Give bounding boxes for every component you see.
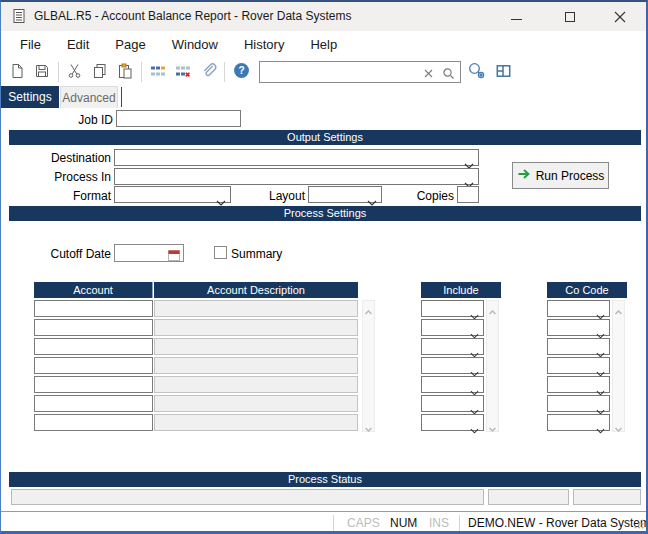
account-description-field [154, 414, 358, 431]
cutoff-date-input[interactable] [114, 244, 184, 262]
process-in-select[interactable] [114, 168, 479, 185]
table-row [1, 376, 646, 393]
window-title: GLBAL.R5 - Account Balance Report - Rove… [34, 9, 351, 23]
save-button[interactable] [31, 61, 53, 83]
cut-button[interactable] [64, 61, 86, 83]
co-code-grid-scrollbar[interactable] [612, 300, 625, 432]
include-grid-scrollbar[interactable] [486, 300, 499, 432]
scroll-down-icon[interactable] [364, 420, 373, 429]
scroll-up-icon[interactable] [488, 303, 497, 312]
include-select[interactable] [421, 300, 484, 317]
copies-input[interactable] [457, 186, 479, 203]
session-label: DEMO.NEW - Rover Data Systems [468, 516, 648, 530]
menu-window[interactable]: Window [159, 32, 231, 57]
paperclip-icon [200, 62, 217, 82]
account-input[interactable] [34, 300, 153, 317]
copy-icon [92, 63, 108, 82]
copies-label: Copies [391, 189, 454, 203]
toolbar-separator [141, 62, 142, 82]
scroll-down-icon[interactable] [614, 420, 623, 429]
run-process-button[interactable]: Run Process [512, 162, 609, 189]
table-row [1, 357, 646, 374]
table-row [1, 414, 646, 431]
include-select[interactable] [421, 395, 484, 412]
menu-edit[interactable]: Edit [54, 32, 102, 57]
co-code-select[interactable] [547, 395, 610, 412]
account-grid-scrollbar[interactable] [362, 300, 375, 432]
tab-settings[interactable]: Settings [1, 86, 59, 108]
include-select[interactable] [421, 338, 484, 355]
search-icon[interactable] [440, 65, 456, 81]
window-layout-icon [495, 63, 512, 82]
co-code-select[interactable] [547, 376, 610, 393]
save-icon [34, 63, 50, 82]
paste-button[interactable] [114, 61, 136, 83]
process-status-field-3 [573, 489, 641, 505]
menu-file[interactable]: File [7, 32, 54, 57]
menu-page[interactable]: Page [102, 32, 158, 57]
account-description-field [154, 376, 358, 393]
scroll-down-icon[interactable] [488, 420, 497, 429]
account-column-header: Account [34, 282, 153, 298]
toolbar-separator [58, 62, 59, 82]
help-button[interactable]: ? [230, 61, 252, 83]
app-window: GLBAL.R5 - Account Balance Report - Rove… [0, 0, 648, 534]
chevron-down-icon [470, 420, 479, 438]
copy-button[interactable] [89, 61, 111, 83]
include-select[interactable] [421, 376, 484, 393]
account-input[interactable] [34, 395, 153, 412]
layout-label: Layout [241, 189, 305, 203]
caps-indicator: CAPS [347, 516, 380, 530]
account-input[interactable] [34, 376, 153, 393]
tab-advanced[interactable]: Advanced [60, 86, 118, 108]
co-code-select[interactable] [547, 414, 610, 431]
account-input[interactable] [34, 338, 153, 355]
resize-grip[interactable] [634, 518, 644, 532]
co-code-select[interactable] [547, 357, 610, 374]
attachments-button[interactable] [197, 61, 219, 83]
clear-search-icon[interactable] [420, 65, 436, 81]
account-input[interactable] [34, 319, 153, 336]
table-row [1, 338, 646, 355]
menu-help[interactable]: Help [297, 32, 350, 57]
minimize-button[interactable] [503, 6, 529, 27]
job-id-input[interactable] [116, 110, 241, 127]
insert-detail-line-button[interactable] [147, 61, 169, 83]
menu-history[interactable]: History [231, 32, 297, 57]
toolbar-separator [224, 62, 225, 82]
paste-icon [117, 63, 133, 82]
new-document-button[interactable] [6, 61, 28, 83]
cutoff-date-label: Cutoff Date [21, 247, 111, 261]
maximize-button[interactable] [557, 6, 583, 27]
format-select[interactable] [114, 186, 231, 203]
co-code-select[interactable] [547, 300, 610, 317]
include-select[interactable] [421, 357, 484, 374]
summary-checkbox[interactable] [214, 246, 227, 259]
help-icon: ? [233, 62, 250, 82]
search-input[interactable] [263, 63, 418, 81]
co-code-select[interactable] [547, 338, 610, 355]
process-status-field [11, 489, 484, 505]
find-record-button[interactable] [465, 61, 487, 83]
destination-select[interactable] [114, 149, 479, 166]
account-description-field [154, 300, 358, 317]
scroll-up-icon[interactable] [364, 303, 373, 312]
co-code-select[interactable] [547, 319, 610, 336]
output-settings-header: Output Settings [9, 130, 641, 145]
scroll-up-icon[interactable] [614, 303, 623, 312]
calendar-icon[interactable] [168, 247, 180, 265]
new-document-icon [9, 63, 25, 82]
account-description-field [154, 395, 358, 412]
table-row [1, 300, 646, 317]
include-select[interactable] [421, 414, 484, 431]
status-separator [333, 515, 334, 531]
delete-detail-line-button[interactable] [172, 61, 194, 83]
svg-text:?: ? [238, 65, 244, 76]
account-input[interactable] [34, 414, 153, 431]
include-select[interactable] [421, 319, 484, 336]
delete-detail-line-icon [175, 63, 191, 82]
layout-select[interactable] [308, 186, 382, 203]
window-layout-button[interactable] [492, 61, 514, 83]
account-input[interactable] [34, 357, 153, 374]
close-button[interactable] [607, 6, 633, 27]
